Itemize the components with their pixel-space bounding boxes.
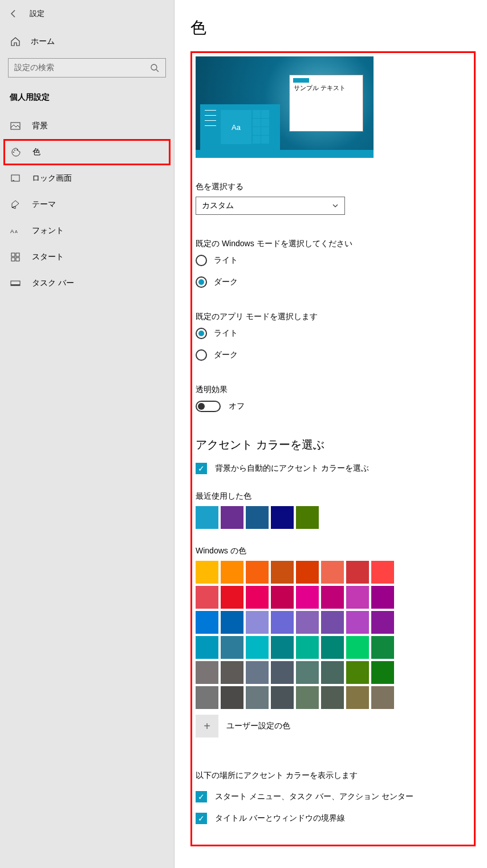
color-swatch[interactable]	[346, 686, 369, 709]
color-swatch[interactable]	[346, 561, 369, 584]
arrow-left-icon	[9, 9, 18, 18]
color-swatch[interactable]	[196, 686, 218, 709]
page-title: 色	[190, 17, 476, 39]
preview-tile: Aa	[221, 110, 251, 144]
color-swatch[interactable]	[271, 636, 294, 659]
nav-taskbar[interactable]: タスク バー	[0, 270, 174, 296]
color-swatch[interactable]	[196, 586, 218, 609]
color-swatch[interactable]	[321, 611, 344, 634]
app-mode-dark[interactable]: ダーク	[196, 349, 470, 361]
app-mode-light[interactable]: ライト	[196, 328, 470, 339]
custom-color-button[interactable]: + ユーザー設定の色	[196, 715, 470, 737]
color-swatch[interactable]	[296, 686, 319, 709]
nav-label: フォント	[32, 226, 64, 236]
show-accent-label: 以下の場所にアクセント カラーを表示します	[196, 771, 470, 781]
nav-background[interactable]: 背景	[0, 113, 174, 139]
color-swatch[interactable]	[271, 586, 294, 609]
palette-icon	[11, 147, 21, 157]
color-swatch[interactable]	[371, 686, 394, 709]
color-swatch[interactable]	[246, 561, 269, 584]
color-swatch[interactable]	[371, 586, 394, 609]
auto-accent-checkbox[interactable]: ✓ 背景から自動的にアクセント カラーを選ぶ	[196, 463, 470, 474]
window-title: 設定	[27, 9, 44, 19]
radio-icon	[196, 349, 207, 361]
color-swatch[interactable]	[196, 611, 218, 634]
search-input[interactable]: 設定の検索	[8, 58, 166, 78]
color-swatch[interactable]	[321, 636, 344, 659]
color-swatch[interactable]	[221, 586, 244, 609]
color-swatch[interactable]	[346, 661, 369, 684]
color-swatch[interactable]	[221, 611, 244, 634]
color-swatch[interactable]	[371, 661, 394, 684]
app-mode-label: 既定のアプリ モードを選択します	[196, 312, 470, 322]
lockscreen-icon	[10, 173, 21, 184]
nav-start[interactable]: スタート	[0, 244, 174, 270]
color-swatch[interactable]	[296, 561, 319, 584]
dropdown-value: カスタム	[202, 201, 234, 211]
color-swatch[interactable]	[221, 661, 244, 684]
color-swatch[interactable]	[221, 506, 244, 529]
nav-lockscreen[interactable]: ロック画面	[0, 165, 174, 191]
windows-mode-light[interactable]: ライト	[196, 255, 470, 266]
color-swatch[interactable]	[246, 686, 269, 709]
back-button[interactable]	[0, 9, 27, 18]
color-swatch[interactable]	[271, 506, 294, 529]
svg-rect-10	[11, 253, 15, 256]
color-swatch[interactable]	[321, 561, 344, 584]
color-swatch[interactable]	[196, 561, 218, 584]
color-mode-dropdown[interactable]: カスタム	[196, 197, 345, 215]
color-swatch[interactable]	[221, 686, 244, 709]
color-swatch[interactable]	[271, 611, 294, 634]
svg-point-4	[14, 150, 15, 151]
color-swatch[interactable]	[246, 586, 269, 609]
transparency-toggle[interactable]	[196, 401, 221, 412]
svg-rect-15	[11, 284, 20, 286]
color-swatch[interactable]	[296, 586, 319, 609]
color-swatch[interactable]	[321, 686, 344, 709]
svg-line-1	[156, 70, 159, 72]
surface-start-checkbox[interactable]: ✓ スタート メニュー、タスク バー、アクション センター	[196, 791, 470, 802]
color-swatch[interactable]	[246, 636, 269, 659]
choose-color-label: 色を選択する	[196, 182, 470, 192]
color-swatch[interactable]	[321, 661, 344, 684]
color-swatch[interactable]	[321, 586, 344, 609]
theme-icon	[10, 199, 21, 210]
color-swatch[interactable]	[346, 611, 369, 634]
nav-fonts[interactable]: AA フォント	[0, 218, 174, 244]
color-swatch[interactable]	[371, 611, 394, 634]
titlebar: 設定	[0, 0, 174, 23]
transparency-label: 透明効果	[196, 385, 470, 395]
color-swatch[interactable]	[221, 636, 244, 659]
surface-titlebar-checkbox[interactable]: ✓ タイトル バーとウィンドウの境界線	[196, 813, 470, 824]
home-link[interactable]: ホーム	[0, 28, 174, 55]
nav-themes[interactable]: テーマ	[0, 191, 174, 218]
color-swatch[interactable]	[196, 661, 218, 684]
color-swatch[interactable]	[271, 686, 294, 709]
color-swatch[interactable]	[296, 636, 319, 659]
color-swatch[interactable]	[271, 661, 294, 684]
color-swatch[interactable]	[221, 561, 244, 584]
nav-label: テーマ	[32, 199, 56, 210]
color-swatch[interactable]	[246, 661, 269, 684]
color-swatch[interactable]	[296, 506, 319, 529]
color-swatch[interactable]	[196, 636, 218, 659]
search-icon	[149, 63, 160, 73]
chevron-down-icon	[332, 202, 339, 209]
nav-label: スタート	[32, 252, 64, 262]
color-swatch[interactable]	[346, 586, 369, 609]
preview-sample-text: サンプル テキスト	[290, 83, 363, 92]
color-swatch[interactable]	[246, 611, 269, 634]
color-swatch[interactable]	[196, 506, 218, 529]
windows-mode-dark[interactable]: ダーク	[196, 276, 470, 288]
color-swatch[interactable]	[371, 636, 394, 659]
color-swatch[interactable]	[296, 661, 319, 684]
nav-label: ロック画面	[32, 173, 72, 184]
color-swatch[interactable]	[346, 636, 369, 659]
color-swatch[interactable]	[296, 611, 319, 634]
color-swatch[interactable]	[246, 506, 269, 529]
radio-icon	[196, 255, 207, 266]
color-swatch[interactable]	[271, 561, 294, 584]
nav-colors[interactable]: 色	[3, 139, 171, 165]
nav-label: タスク バー	[32, 278, 74, 288]
color-swatch[interactable]	[371, 561, 394, 584]
